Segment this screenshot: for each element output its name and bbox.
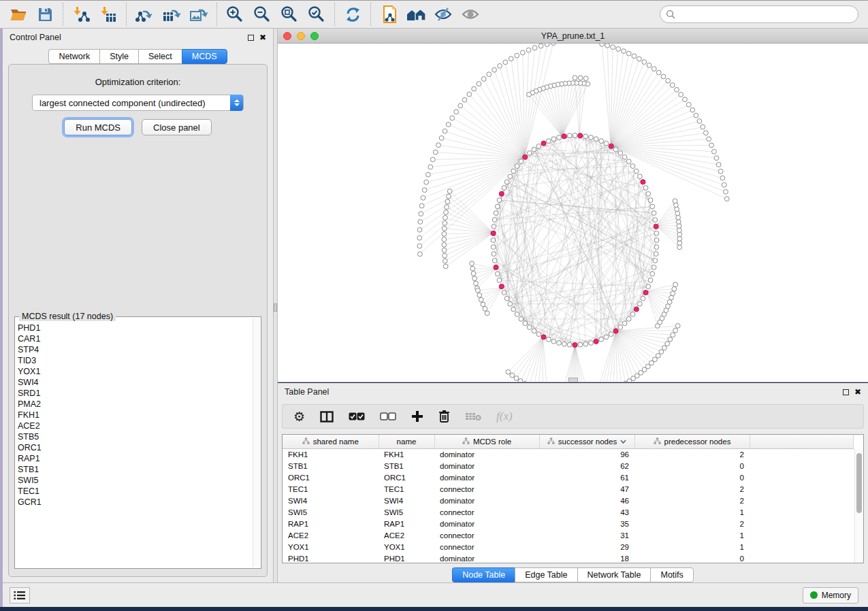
table-row[interactable]: ORC1ORC1dominator610 <box>283 472 853 483</box>
table-row[interactable]: ACE2ACE2connector311 <box>283 529 853 541</box>
table-options-icon[interactable]: ⚙ <box>293 410 305 423</box>
task-history-icon[interactable] <box>10 587 30 604</box>
mcds-result-item[interactable]: STB1 <box>18 464 251 475</box>
mcds-result-item[interactable]: SWI4 <box>18 377 251 388</box>
column-header-empty[interactable] <box>750 435 853 448</box>
float-panel-icon[interactable] <box>248 35 254 41</box>
mcds-result-item[interactable]: STP4 <box>18 344 251 355</box>
table-row[interactable]: SWI5SWI5connector431 <box>283 506 853 518</box>
hide-graphics-icon[interactable] <box>430 3 457 25</box>
save-session-icon[interactable] <box>31 3 59 25</box>
close-panel-icon[interactable]: ✖ <box>259 33 266 42</box>
node-table-grid[interactable]: shared namenameMCDS rolesuccessor nodesp… <box>283 435 854 563</box>
zoom-in-icon[interactable] <box>221 3 248 25</box>
table-row[interactable]: FKH1FKH1dominator962 <box>283 448 853 460</box>
table-toolbar: ⚙ f(x) <box>282 404 864 429</box>
tab-network-table[interactable]: Network Table <box>577 567 651 582</box>
table-row[interactable]: TEC1TEC1connector472 <box>283 483 853 495</box>
export-image-icon[interactable] <box>185 3 212 25</box>
memory-status-icon <box>810 591 818 599</box>
mcds-result-item[interactable]: GCR1 <box>18 497 251 508</box>
mcds-result-list[interactable]: PHD1CAR1STP4TID3YOX1SWI4SRD1PMA2FKH1ACE2… <box>18 323 251 567</box>
show-columns-icon[interactable] <box>320 411 334 423</box>
homes-icon[interactable] <box>402 3 430 25</box>
mcds-result-item[interactable]: ORC1 <box>18 442 251 453</box>
mcds-result-item[interactable]: STB5 <box>18 431 251 442</box>
refresh-icon[interactable] <box>339 3 366 25</box>
table-row[interactable]: STB1STB1dominator620 <box>283 460 853 472</box>
mcds-result-item[interactable]: CAR1 <box>18 333 251 344</box>
network-canvas[interactable] <box>278 44 868 382</box>
tab-node-table[interactable]: Node Table <box>452 567 515 582</box>
mcds-result-item[interactable]: TEC1 <box>18 486 251 497</box>
horizontal-split-grabber[interactable] <box>568 378 578 382</box>
network-graph[interactable] <box>278 44 868 382</box>
deselect-all-icon[interactable] <box>380 412 396 420</box>
mcds-result-item[interactable]: PHD1 <box>18 323 251 333</box>
tab-motifs[interactable]: Motifs <box>650 567 693 582</box>
vertical-split-grabber[interactable] <box>274 303 277 312</box>
vertical-split-divider[interactable] <box>273 29 278 582</box>
memory-button[interactable]: Memory <box>803 587 858 604</box>
column-header-successor-nodes[interactable]: successor nodes <box>539 435 634 448</box>
table-panel-title: Table Panel <box>285 387 329 397</box>
select-all-icon[interactable] <box>349 412 365 420</box>
export-table-icon[interactable] <box>158 3 185 25</box>
import-network-icon[interactable] <box>67 3 95 25</box>
column-header-name[interactable]: name <box>379 435 434 448</box>
mcds-result-item[interactable]: YOX1 <box>18 366 251 377</box>
close-table-panel-icon[interactable]: ✖ <box>854 388 861 396</box>
network-view-title: YPA_prune.txt_1 <box>278 31 868 41</box>
attribute-type-icon <box>654 437 661 445</box>
float-table-panel-icon[interactable] <box>843 389 849 395</box>
mcds-result-item[interactable]: SWI5 <box>18 475 251 486</box>
column-header-shared-name[interactable]: shared name <box>283 435 379 448</box>
export-network-icon[interactable] <box>131 3 158 25</box>
table-scrollbar-thumb[interactable] <box>856 453 862 513</box>
column-header-predecessor-nodes[interactable]: predecessor nodes <box>634 435 750 448</box>
search-input[interactable] <box>679 10 852 19</box>
show-graphics-icon[interactable] <box>457 3 484 25</box>
optimization-criterion-label: Optimization criterion: <box>13 77 263 87</box>
zoom-out-icon[interactable] <box>248 3 276 25</box>
delete-column-icon[interactable] <box>438 410 450 423</box>
table-panel: Table Panel ✖ ⚙ <box>278 383 868 582</box>
table-row[interactable]: YOX1YOX1connector291 <box>283 541 853 552</box>
global-search <box>660 5 858 23</box>
table-row[interactable]: RAP1RAP1dominator352 <box>283 518 853 529</box>
main-toolbar <box>0 0 868 29</box>
run-mcds-button[interactable]: Run MCDS <box>64 119 132 135</box>
mcds-result-item[interactable]: FKH1 <box>18 410 251 420</box>
node-table: shared namenameMCDS rolesuccessor nodesp… <box>282 434 864 563</box>
mcds-result-item[interactable]: TID3 <box>18 355 251 366</box>
tab-edge-table[interactable]: Edge Table <box>515 567 577 582</box>
graph-leaf-nodes[interactable] <box>417 44 729 382</box>
table-scrollbar[interactable] <box>854 449 863 563</box>
tab-network[interactable]: Network <box>48 49 99 64</box>
mcds-result-item[interactable]: PMA2 <box>18 399 251 410</box>
mcds-tab-panel: Optimization criterion: largest connecte… <box>8 64 268 577</box>
network-document-icon[interactable] <box>375 3 402 25</box>
import-table-icon[interactable] <box>95 3 122 25</box>
column-header-MCDS-role[interactable]: MCDS role <box>434 435 539 448</box>
memory-label: Memory <box>822 591 851 600</box>
criterion-selected-value: largest connected component (undirected) <box>39 98 206 108</box>
mcds-result-item[interactable]: RAP1 <box>18 453 251 464</box>
table-panel-tabs: Node TableEdge TableNetwork TableMotifs <box>278 567 868 582</box>
mcds-result-item[interactable]: ACE2 <box>18 420 251 431</box>
tab-style[interactable]: Style <box>99 49 138 64</box>
table-row[interactable]: PHD1PHD1dominator180 <box>283 552 853 563</box>
mcds-result-scrollbar[interactable] <box>253 318 259 567</box>
criterion-select[interactable]: largest connected component (undirected) <box>32 95 244 111</box>
open-file-icon[interactable] <box>4 3 31 25</box>
zoom-fit-icon[interactable] <box>276 3 303 25</box>
tab-select[interactable]: Select <box>138 49 182 64</box>
status-bar: Memory <box>3 582 868 607</box>
tab-mcds[interactable]: MCDS <box>182 49 227 64</box>
zoom-selected-icon[interactable] <box>303 3 330 25</box>
add-column-icon[interactable] <box>411 410 423 423</box>
mcds-result-item[interactable]: SRD1 <box>18 388 251 399</box>
table-row[interactable]: SWI4SWI4dominator462 <box>283 495 853 506</box>
close-panel-button[interactable]: Close panel <box>142 119 212 135</box>
select-stepper-icon <box>230 95 243 111</box>
